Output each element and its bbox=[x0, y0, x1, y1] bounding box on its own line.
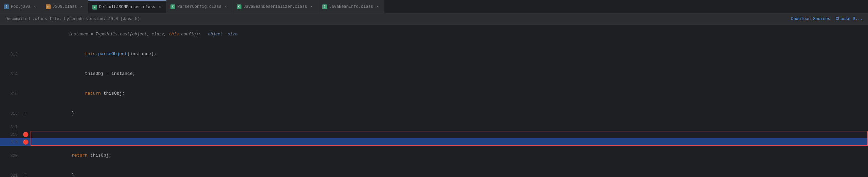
line-content-321: } bbox=[31, 165, 868, 177]
tab-parser-config[interactable]: C ParserConfig.class × bbox=[166, 0, 233, 14]
choose-sources-link[interactable]: Choose S... bbox=[836, 17, 863, 21]
tab-close-default-json-parser[interactable]: × bbox=[157, 5, 162, 10]
tab-close-java-bean-info[interactable]: × bbox=[375, 4, 380, 9]
line-markers-321[interactable]: − bbox=[20, 165, 31, 177]
tab-close-json-class[interactable]: × bbox=[79, 4, 84, 9]
breakpoint-icon-319[interactable]: 🔴 bbox=[23, 139, 29, 145]
code-line-314: 314 thisObj = instance; bbox=[0, 64, 868, 84]
line-markers-319: 🔴 bbox=[20, 138, 31, 146]
tab-close-poc-java[interactable]: × bbox=[33, 4, 37, 9]
info-bar-actions: Download Sources Choose S... bbox=[791, 17, 863, 21]
line-content-316: } bbox=[31, 103, 868, 123]
tab-poc-java[interactable]: J Poc.java × bbox=[0, 0, 42, 14]
line-content-314: thisObj = instance; bbox=[31, 64, 868, 84]
tab-java-bean-info[interactable]: C JavaBeanInfo.class × bbox=[318, 0, 384, 14]
breakpoint-icon-318[interactable]: 🔴 bbox=[23, 132, 29, 138]
line-content-312: instance = TypeUtils.cast(object, clazz,… bbox=[31, 25, 868, 44]
code-line-320: 320 return thisObj; bbox=[0, 146, 868, 165]
fold-icon-316[interactable]: − bbox=[24, 112, 27, 115]
tab-label-parser-config: ParserConfig.class bbox=[177, 4, 221, 9]
line-number-316: 316 bbox=[0, 103, 20, 123]
line-number-313: 313 bbox=[0, 44, 20, 64]
line-markers-316[interactable]: − bbox=[20, 103, 31, 123]
decompiled-notice: Decompiled .class file, bytecode version… bbox=[5, 17, 140, 21]
tab-label-json-class: JSON.class bbox=[53, 4, 77, 9]
line-content-317 bbox=[31, 123, 868, 131]
tab-label-java-bean-info: JavaBeanInfo.class bbox=[329, 4, 373, 9]
tab-label-default-json-parser: DefaultJSONParser.class bbox=[99, 5, 156, 10]
tab-icon-java-bean-deserializer: C bbox=[237, 4, 241, 9]
code-line-321: 321 − } bbox=[0, 165, 868, 177]
code-line-317: 317 bbox=[0, 123, 868, 131]
tab-icon-default-json-parser: C bbox=[92, 5, 97, 10]
line-number-312 bbox=[0, 25, 20, 44]
line-number-314: 314 bbox=[0, 64, 20, 84]
line-number-317: 317 bbox=[0, 123, 20, 131]
tab-close-parser-config[interactable]: × bbox=[223, 4, 228, 9]
code-line-312: instance = TypeUtils.cast(object, clazz,… bbox=[0, 25, 868, 44]
line-number-315: 315 bbox=[0, 84, 20, 103]
tab-bar: J Poc.java × {} JSON.class × C DefaultJS… bbox=[0, 0, 868, 14]
tab-icon-poc-java: J bbox=[4, 4, 9, 9]
line-markers-315 bbox=[20, 84, 31, 103]
tab-label-java-bean-deserializer: JavaBeanDeserializer.class bbox=[243, 4, 307, 9]
code-line-315: 315 return thisObj; bbox=[0, 84, 868, 103]
tab-icon-parser-config: C bbox=[170, 4, 175, 9]
red-outline-container: 318 🔴 ObjectDeserializer deserializer = … bbox=[0, 131, 868, 146]
fold-icon-321[interactable]: − bbox=[24, 174, 27, 177]
tab-close-java-bean-deserializer[interactable]: × bbox=[309, 4, 314, 9]
line-content-320: return thisObj; bbox=[31, 146, 868, 165]
tab-default-json-parser[interactable]: C DefaultJSONParser.class × bbox=[88, 0, 167, 14]
line-content-319: thisObj = deserializer.deserialze(defaul… bbox=[31, 138, 868, 146]
line-markers-313 bbox=[20, 44, 31, 64]
line-markers-320 bbox=[20, 146, 31, 165]
line-content-313: this.parseObject(instance); bbox=[31, 44, 868, 64]
line-content-318: ObjectDeserializer deserializer = this.c… bbox=[31, 131, 868, 138]
code-line-319: 319 🔴 thisObj = deserializer.deserialze(… bbox=[0, 138, 868, 146]
info-bar: Decompiled .class file, bytecode version… bbox=[0, 14, 868, 25]
line-markers-314 bbox=[20, 64, 31, 84]
line-number-320: 320 bbox=[0, 146, 20, 165]
line-markers-312 bbox=[20, 25, 31, 44]
code-line-316: 316 − } bbox=[0, 103, 868, 123]
code-line-318: 318 🔴 ObjectDeserializer deserializer = … bbox=[0, 131, 868, 138]
tab-label-poc-java: Poc.java bbox=[11, 4, 31, 9]
line-number-321: 321 bbox=[0, 165, 20, 177]
code-line-313: 313 this.parseObject(instance); bbox=[0, 44, 868, 64]
line-number-318: 318 bbox=[0, 131, 20, 138]
line-content-315: return thisObj; bbox=[31, 84, 868, 103]
code-editor: instance = TypeUtils.cast(object, clazz,… bbox=[0, 25, 868, 177]
tab-java-bean-deserializer[interactable]: C JavaBeanDeserializer.class × bbox=[233, 0, 318, 14]
tab-icon-json-class: {} bbox=[46, 4, 51, 9]
tab-json-class[interactable]: {} JSON.class × bbox=[42, 0, 88, 14]
line-markers-318: 🔴 bbox=[20, 131, 31, 138]
line-number-319: 319 bbox=[0, 138, 20, 146]
line-markers-317 bbox=[20, 123, 31, 131]
download-sources-link[interactable]: Download Sources bbox=[791, 17, 830, 21]
tab-icon-java-bean-info: C bbox=[322, 4, 327, 9]
